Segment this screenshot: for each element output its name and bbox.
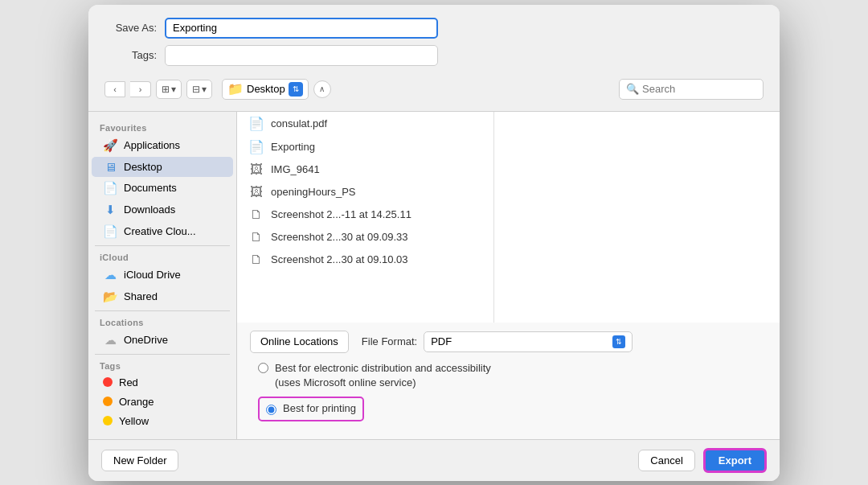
list-item[interactable]: 🗋 Screenshot 2...30 at 09.09.33 [237,226,493,249]
doc-icon: 🗋 [248,208,264,222]
locations-section-label: Locations [88,314,236,329]
view-grid-button[interactable]: ⊟ ▾ [186,80,212,99]
search-box[interactable]: 🔍 [619,79,764,100]
tag-red-dot [103,377,113,387]
sidebar-item-applications[interactable]: 🚀 Applications [92,135,233,156]
icloud-section-label: iCloud [88,249,236,264]
expand-button[interactable]: ∧ [313,80,331,98]
sidebar-item-documents[interactable]: 📄 Documents [92,178,233,199]
columns-icon: ⊞ [162,84,170,95]
options-area: Online Locations File Format: PDF ⇅ Best… [237,323,780,439]
applications-icon: 🚀 [103,138,117,153]
documents-icon: 📄 [103,181,117,195]
new-folder-button[interactable]: New Folder [101,450,178,471]
grid-chevron-icon: ▾ [202,84,207,95]
search-icon: 🔍 [626,83,639,95]
separator-1 [95,245,230,246]
sidebar-item-icloud-drive[interactable]: ☁ iCloud Drive [92,265,233,286]
dialog-header: Save As: Tags: ‹ › ⊞ ▾ ⊟ ▾ 📁 Desktop ⇅ ∧ [88,5,780,112]
sidebar-item-shared[interactable]: 📂 Shared [92,286,233,307]
toolbar: ‹ › ⊞ ▾ ⊟ ▾ 📁 Desktop ⇅ ∧ 🔍 [104,72,764,103]
pdf-icon: 📄 [248,139,264,154]
location-updown-icon: ⇅ [289,82,303,97]
content-split: 📄 consulat.pdf 📄 Exporting 🖼 IMG_9641 🖼 … [237,112,780,323]
file-name: IMG_9641 [271,163,320,175]
save-as-input[interactable] [165,18,438,39]
sidebar-item-desktop[interactable]: 🖥 Desktop [92,157,233,177]
save-as-label: Save As: [104,22,157,34]
shared-icon: 📂 [103,290,117,304]
onedrive-icon: ☁ [103,333,117,347]
sidebar-item-tag-orange[interactable]: Orange [92,393,233,411]
creative-cloud-icon: 📄 [103,224,117,239]
radio-printing-label: Best for printing [283,401,356,416]
favourites-section-label: Favourites [88,120,236,134]
tags-input[interactable] [165,45,438,66]
separator-2 [95,310,230,311]
file-name: Screenshot 2...30 at 09.10.03 [271,253,408,265]
footer-right: Cancel Export [638,448,767,473]
file-format-label: File Format: [362,335,417,347]
tags-row: Tags: [104,45,764,66]
radio-printing[interactable] [266,405,276,415]
separator-3 [95,354,230,355]
list-item[interactable]: 🖼 openingHours_PS [237,181,493,203]
preview-pane [494,112,780,323]
folder-icon: 📁 [227,81,244,97]
file-name: consulat.pdf [271,117,327,129]
sidebar-item-icloud-drive-label: iCloud Drive [124,269,181,281]
grid-icon: ⊟ [192,84,200,95]
sidebar-item-tag-red[interactable]: Red [92,373,233,392]
radio-option-printing: Best for printing [258,397,767,421]
tag-orange-label: Orange [119,396,154,408]
sidebar: Favourites 🚀 Applications 🖥 Desktop 📄 Do… [88,112,237,439]
search-input[interactable] [642,83,756,95]
img-icon: 🖼 [248,185,264,199]
list-item[interactable]: 🗋 Screenshot 2...30 at 09.10.03 [237,249,493,271]
radio-option-electronic: Best for electronic distribution and acc… [258,361,767,390]
sidebar-item-onedrive[interactable]: ☁ OneDrive [92,330,233,351]
sidebar-item-downloads[interactable]: ⬇ Downloads [92,199,233,220]
view-columns-button[interactable]: ⊞ ▾ [156,80,182,99]
tags-label: Tags: [104,49,157,61]
icloud-drive-icon: ☁ [103,268,117,282]
sidebar-item-documents-label: Documents [124,182,177,194]
cancel-button[interactable]: Cancel [638,450,694,471]
file-format-select[interactable]: PDF ⇅ [424,331,633,352]
forward-button[interactable]: › [130,81,151,97]
save-as-row: Save As: [104,18,764,39]
file-name: openingHours_PS [271,186,356,198]
tag-yellow-label: Yellow [119,415,149,427]
location-selector[interactable]: 📁 Desktop ⇅ [222,79,309,100]
doc-icon: 🗋 [248,230,264,245]
list-item[interactable]: 🗋 Screenshot 2...-11 at 14.25.11 [237,203,493,226]
radio-electronic[interactable] [258,363,268,373]
select-arrow-icon: ⇅ [612,335,625,348]
save-dialog: Save As: Tags: ‹ › ⊞ ▾ ⊟ ▾ 📁 Desktop ⇅ ∧ [88,5,780,481]
file-format-value: PDF [431,335,452,347]
sidebar-item-downloads-label: Downloads [124,203,175,216]
radio-printing-highlighted: Best for printing [258,397,364,421]
sidebar-item-applications-label: Applications [124,139,180,151]
export-button[interactable]: Export [703,448,767,473]
radio-electronic-label: Best for electronic distribution and acc… [275,361,491,390]
dialog-body: Favourites 🚀 Applications 🖥 Desktop 📄 Do… [88,112,780,439]
file-name: Screenshot 2...30 at 09.09.33 [271,231,408,243]
back-button[interactable]: ‹ [104,81,125,97]
file-name: Exporting [271,141,315,153]
sidebar-item-tag-yellow[interactable]: Yellow [92,412,233,430]
desktop-icon: 🖥 [103,160,117,174]
sidebar-item-shared-label: Shared [124,290,158,302]
main-content: 📄 consulat.pdf 📄 Exporting 🖼 IMG_9641 🖼 … [237,112,780,439]
file-name: Screenshot 2...-11 at 14.25.11 [271,208,411,220]
view-chevron-icon: ▾ [171,84,176,95]
sidebar-item-desktop-label: Desktop [124,161,162,173]
tags-section-label: Tags [88,358,236,372]
list-item[interactable]: 📄 consulat.pdf [237,112,493,135]
list-item[interactable]: 🖼 IMG_9641 [237,158,493,181]
img-icon: 🖼 [248,162,264,177]
file-pane: 📄 consulat.pdf 📄 Exporting 🖼 IMG_9641 🖼 … [237,112,494,323]
sidebar-item-creative-cloud[interactable]: 📄 Creative Clou... [92,221,233,242]
online-locations-button[interactable]: Online Locations [250,331,349,353]
list-item[interactable]: 📄 Exporting [237,135,493,158]
